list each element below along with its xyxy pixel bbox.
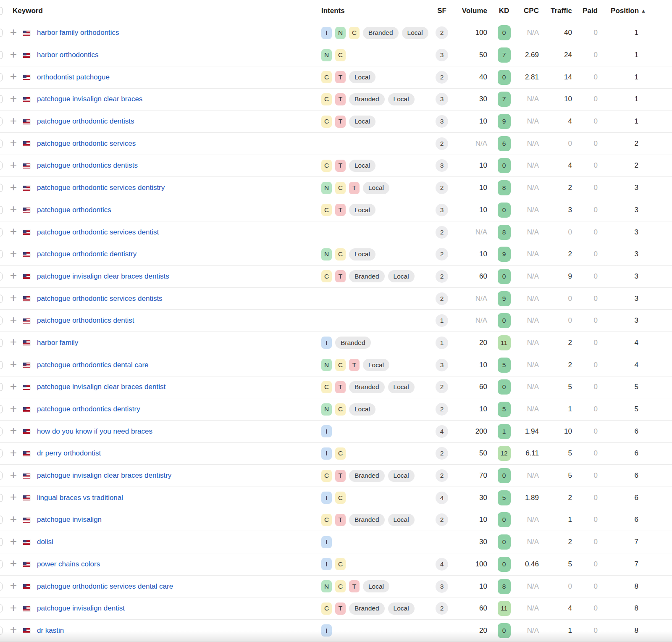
serp-features-badge[interactable]: 2 xyxy=(436,182,448,194)
add-keyword-icon[interactable]: + xyxy=(10,203,17,215)
serp-features-badge[interactable]: 2 xyxy=(436,270,448,283)
add-keyword-icon[interactable]: + xyxy=(10,447,17,459)
row-checkbox[interactable] xyxy=(0,184,3,192)
serp-features-badge[interactable]: 2 xyxy=(436,137,448,150)
keyword-link[interactable]: power chains colors xyxy=(37,560,100,568)
keyword-link[interactable]: patchogue orthodontic dentistry xyxy=(37,250,136,258)
add-keyword-icon[interactable]: + xyxy=(10,602,17,614)
serp-features-badge[interactable]: 3 xyxy=(436,359,448,371)
add-keyword-icon[interactable]: + xyxy=(10,314,17,326)
row-checkbox[interactable] xyxy=(0,516,3,524)
keyword-link[interactable]: patchogue orthodontic services xyxy=(37,139,136,147)
add-keyword-icon[interactable]: + xyxy=(10,226,17,237)
serp-features-badge[interactable]: 2 xyxy=(436,381,448,393)
row-checkbox[interactable] xyxy=(0,317,3,325)
column-header-volume[interactable]: Volume xyxy=(454,0,488,22)
add-keyword-icon[interactable]: + xyxy=(10,425,17,437)
row-checkbox[interactable] xyxy=(0,405,3,413)
serp-features-badge[interactable]: 1 xyxy=(436,314,448,327)
serp-features-badge[interactable]: 2 xyxy=(436,469,448,482)
keyword-link[interactable]: patchogue invisalign xyxy=(37,516,102,524)
add-keyword-icon[interactable]: + xyxy=(10,358,17,370)
keyword-link[interactable]: harbor family xyxy=(37,339,78,347)
row-checkbox[interactable] xyxy=(0,272,3,280)
keyword-link[interactable]: patchogue invisalign dentist xyxy=(37,604,125,612)
serp-features-badge[interactable]: 3 xyxy=(436,580,448,593)
add-keyword-icon[interactable]: + xyxy=(10,49,17,61)
row-checkbox[interactable] xyxy=(0,538,3,546)
add-keyword-icon[interactable]: + xyxy=(10,513,17,525)
add-keyword-icon[interactable]: + xyxy=(10,624,17,636)
add-keyword-icon[interactable]: + xyxy=(10,469,17,481)
keyword-link[interactable]: patchogue orthodontics xyxy=(37,206,111,214)
keyword-link[interactable]: patchogue invisalign clear braces dentis… xyxy=(37,383,165,391)
row-checkbox[interactable] xyxy=(0,582,3,590)
serp-features-badge[interactable]: 1 xyxy=(436,337,448,349)
serp-features-badge[interactable]: 2 xyxy=(436,403,448,416)
serp-features-badge[interactable]: 2 xyxy=(436,447,448,460)
row-checkbox[interactable] xyxy=(0,29,3,37)
row-checkbox[interactable] xyxy=(0,361,3,369)
add-keyword-icon[interactable]: + xyxy=(10,26,17,38)
row-checkbox[interactable] xyxy=(0,162,3,170)
row-checkbox[interactable] xyxy=(0,494,3,502)
add-keyword-icon[interactable]: + xyxy=(10,71,17,82)
serp-features-badge[interactable]: 2 xyxy=(436,226,448,239)
keyword-link[interactable]: lingual braces vs traditional xyxy=(37,494,123,502)
serp-features-badge[interactable]: 2 xyxy=(436,292,448,305)
add-keyword-icon[interactable]: + xyxy=(10,403,17,415)
add-keyword-icon[interactable]: + xyxy=(10,115,17,127)
keyword-link[interactable]: dr kastin xyxy=(37,626,64,634)
keyword-link[interactable]: patchogue invisalign clear braces dentis… xyxy=(37,272,169,280)
row-checkbox[interactable] xyxy=(0,206,3,214)
add-keyword-icon[interactable]: + xyxy=(10,137,17,149)
serp-features-badge[interactable]: 2 xyxy=(436,26,448,39)
column-header-intents[interactable]: Intents xyxy=(318,0,429,22)
row-checkbox[interactable] xyxy=(0,73,3,81)
add-keyword-icon[interactable]: + xyxy=(10,491,17,503)
row-checkbox[interactable] xyxy=(0,560,3,568)
add-keyword-icon[interactable]: + xyxy=(10,580,17,592)
add-keyword-icon[interactable]: + xyxy=(10,292,17,304)
keyword-link[interactable]: how do you know if you need braces xyxy=(37,427,152,435)
keyword-link[interactable]: patchogue orthodontics dentistry xyxy=(37,405,140,413)
row-checkbox[interactable] xyxy=(0,51,3,59)
keyword-link[interactable]: patchogue orthodontics dentist xyxy=(37,316,134,324)
add-keyword-icon[interactable]: + xyxy=(10,336,17,348)
row-checkbox[interactable] xyxy=(0,118,3,126)
row-checkbox[interactable] xyxy=(0,228,3,236)
add-keyword-icon[interactable]: + xyxy=(10,270,17,282)
serp-features-badge[interactable]: 3 xyxy=(436,115,448,128)
serp-features-badge[interactable]: 4 xyxy=(436,558,448,571)
column-header-position[interactable]: Position▲ xyxy=(599,0,672,22)
keyword-link[interactable]: harbor orthodontics xyxy=(37,51,98,59)
keyword-link[interactable]: patchogue invisalign clear braces xyxy=(37,95,142,103)
row-checkbox[interactable] xyxy=(0,95,3,103)
add-keyword-icon[interactable]: + xyxy=(10,248,17,260)
keyword-link[interactable]: harbor family orthodontics xyxy=(37,29,119,37)
keyword-link[interactable]: patchogue orthodontics dental care xyxy=(37,361,149,369)
row-checkbox[interactable] xyxy=(0,139,3,147)
serp-features-badge[interactable]: 3 xyxy=(436,49,448,61)
row-checkbox[interactable] xyxy=(0,450,3,458)
serp-features-badge[interactable]: 2 xyxy=(436,602,448,615)
keyword-link[interactable]: patchogue orthodontic services dental ca… xyxy=(37,582,173,590)
serp-features-badge[interactable]: 2 xyxy=(436,248,448,260)
add-keyword-icon[interactable]: + xyxy=(10,159,17,171)
row-checkbox[interactable] xyxy=(0,250,3,258)
keyword-link[interactable]: dolisi xyxy=(37,538,53,546)
column-header-paid[interactable]: Paid xyxy=(574,0,599,22)
serp-features-badge[interactable]: 2 xyxy=(436,71,448,84)
serp-features-badge[interactable]: 3 xyxy=(436,93,448,105)
serp-features-badge[interactable]: 4 xyxy=(436,492,448,504)
column-header-kd[interactable]: KD xyxy=(488,0,520,22)
add-keyword-icon[interactable]: + xyxy=(10,93,17,105)
select-all-checkbox[interactable] xyxy=(0,7,3,15)
column-header-sf[interactable]: SF xyxy=(429,0,454,22)
column-header-keyword[interactable]: Keyword xyxy=(6,0,318,22)
add-keyword-icon[interactable]: + xyxy=(10,558,17,569)
row-checkbox[interactable] xyxy=(0,605,3,613)
row-checkbox[interactable] xyxy=(0,383,3,391)
keyword-link[interactable]: patchogue orthodontic dentists xyxy=(37,117,134,125)
row-checkbox[interactable] xyxy=(0,295,3,303)
